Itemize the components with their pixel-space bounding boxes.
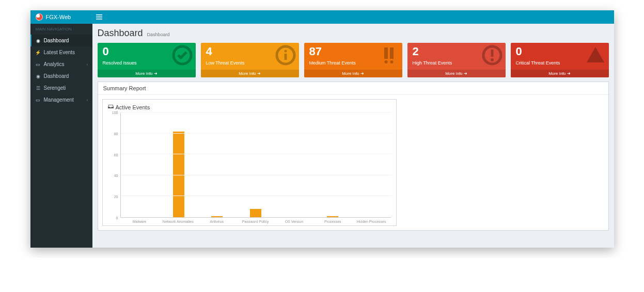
sidebar-item-label: Dashboard	[44, 38, 69, 43]
nav-section-header: MAIN NAVIGATION	[30, 24, 92, 35]
gauge-icon: ◉	[36, 38, 41, 43]
arrow-circle-right-icon: ➜	[360, 71, 364, 76]
grid-line	[121, 154, 391, 154]
stat-more-info-link[interactable]: More info ➜	[304, 70, 402, 77]
stat-top: 87Medium Threat Events	[304, 43, 402, 70]
svg-point-13	[491, 58, 494, 61]
stat-box: 0Critical Threat EventsMore info ➜	[511, 43, 609, 77]
y-tick-label: 0	[116, 216, 118, 220]
sidebar-item-management[interactable]: ▭ Management ‹	[30, 94, 92, 106]
stat-more-info-link[interactable]: More info ➜	[511, 70, 609, 77]
sidebar-item-label: Management	[44, 97, 74, 103]
x-tick-label: Malware	[120, 218, 159, 223]
x-tick-label: Antivirus	[197, 218, 236, 223]
svg-rect-6	[284, 54, 287, 60]
svg-rect-1	[96, 17, 102, 18]
sidebar: MAIN NAVIGATION ◉ Dashboard ⚡ Latest Eve…	[30, 24, 92, 248]
sidebar-item-dashboard2[interactable]: ◉ Dashboard	[30, 70, 92, 82]
arrow-circle-right-icon: ➜	[257, 71, 261, 76]
info-circle-icon	[275, 45, 296, 68]
chart-bar	[250, 209, 261, 217]
page-title: Dashboard	[98, 28, 143, 39]
brand-logo-icon	[36, 13, 43, 21]
bolt-icon: ⚡	[36, 50, 41, 55]
bar-slot	[352, 112, 391, 217]
summary-title: Summary Report	[98, 82, 608, 95]
stat-box: 87Medium Threat EventsMore info ➜	[304, 43, 402, 77]
y-tick-label: 20	[114, 195, 118, 199]
sidebar-item-serengeti[interactable]: ☰ Serengeti	[30, 82, 92, 94]
stat-box: 4Low Threat EventsMore info ➜	[201, 43, 299, 77]
bar-slot	[159, 112, 198, 217]
stat-more-info-link[interactable]: More info ➜	[201, 70, 299, 77]
stat-more-info-link[interactable]: More info ➜	[98, 70, 196, 77]
stat-top: 0Critical Threat Events	[511, 43, 609, 70]
chart-y-axis: 020406080100	[108, 112, 120, 218]
laptop-icon: ▭	[36, 98, 41, 103]
warning-triangle-icon	[585, 45, 606, 68]
brand[interactable]: FGX-Web	[30, 10, 92, 24]
page-header: Dashboard Dashboard	[98, 28, 609, 39]
y-tick-label: 40	[114, 174, 118, 177]
inbox-icon	[108, 104, 114, 110]
chart-bar	[211, 216, 223, 217]
arrow-circle-right-icon: ➜	[464, 71, 467, 76]
sidebar-item-analytics[interactable]: ▭ Analytics ‹	[30, 58, 92, 70]
svg-rect-8	[390, 47, 394, 59]
summary-panel: Summary Report Active Events 02040608010…	[98, 82, 609, 231]
chart-plot-body	[120, 112, 391, 218]
bar-slot	[313, 112, 352, 217]
sidebar-item-label: Dashboard	[44, 73, 69, 79]
bar-slot	[237, 112, 275, 217]
x-tick-label: Hidden Processes	[352, 218, 391, 223]
check-circle-icon	[172, 45, 193, 68]
svg-rect-7	[384, 47, 388, 59]
sidebar-item-label: Analytics	[44, 61, 65, 67]
grid-line	[121, 175, 391, 175]
sidebar-item-latest-events[interactable]: ⚡ Latest Events	[30, 46, 92, 58]
arrow-circle-right-icon: ➜	[154, 71, 158, 76]
svg-rect-12	[491, 50, 493, 57]
chart-bars	[121, 112, 391, 217]
stat-row: 0Resolved IssuesMore info ➜4Low Threat E…	[98, 43, 609, 77]
exclamation-circle-icon	[482, 45, 502, 68]
sidebar-item-label: Serengeti	[44, 85, 66, 91]
main-area: MAIN NAVIGATION ◉ Dashboard ⚡ Latest Eve…	[30, 24, 614, 248]
chevron-left-icon: ‹	[87, 98, 88, 103]
exclamation-column-icon	[379, 45, 399, 68]
svg-point-10	[390, 60, 393, 63]
arrow-circle-right-icon: ➜	[567, 71, 571, 76]
svg-point-9	[384, 60, 387, 63]
chart-plot: 020406080100	[108, 112, 391, 218]
brand-text: FGX-Web	[46, 14, 71, 20]
chevron-left-icon: ‹	[87, 62, 88, 67]
y-tick-label: 60	[114, 153, 118, 156]
bar-slot	[121, 112, 160, 217]
y-tick-label: 80	[114, 132, 118, 135]
grid-line	[121, 112, 391, 112]
gauge-icon: ◉	[36, 74, 41, 79]
chart-bar	[173, 132, 184, 217]
y-tick-label: 100	[112, 111, 118, 115]
stat-box: 0Resolved IssuesMore info ➜	[98, 43, 196, 77]
hamburger-icon	[96, 14, 102, 20]
content: Dashboard Dashboard 0Resolved IssuesMore…	[92, 24, 614, 248]
stat-box: 2High Threat EventsMore info ➜	[407, 43, 506, 77]
stat-top: 4Low Threat Events	[201, 43, 299, 70]
x-tick-label: Network Anomalies	[159, 218, 197, 223]
laptop-icon: ▭	[36, 62, 41, 67]
svg-rect-2	[96, 19, 102, 20]
stat-more-info-link[interactable]: More info ➜	[407, 70, 506, 77]
svg-rect-0	[96, 14, 102, 15]
sidebar-item-label: Latest Events	[44, 50, 75, 55]
chart-panel: Active Events 020406080100 MalwareNetwor…	[102, 99, 397, 226]
bar-slot	[198, 112, 237, 217]
grid-line	[121, 133, 391, 134]
sidebar-item-dashboard[interactable]: ◉ Dashboard	[30, 35, 92, 46]
sliders-icon: ☰	[36, 86, 41, 91]
topbar: FGX-Web	[30, 10, 614, 24]
chart-x-axis: MalwareNetwork AnomaliesAntivirusPasswor…	[120, 218, 391, 223]
svg-point-5	[284, 50, 287, 53]
stat-top: 2High Threat Events	[407, 43, 506, 70]
sidebar-toggle-button[interactable]	[92, 10, 106, 24]
